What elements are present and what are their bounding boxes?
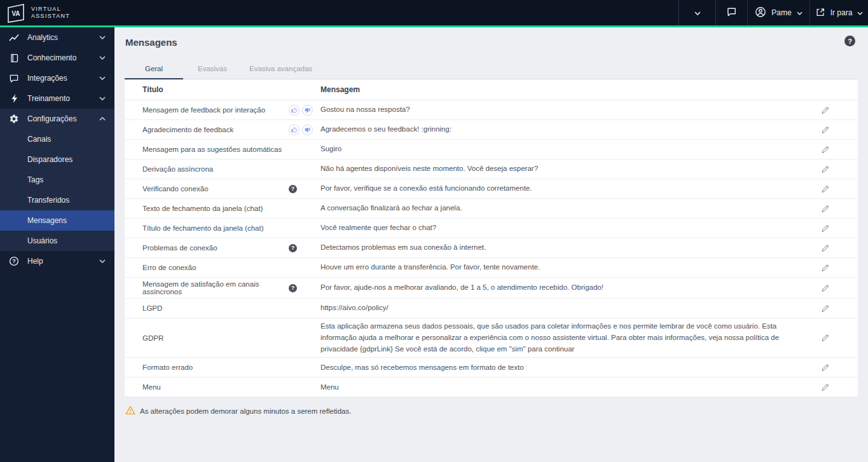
sidebar-subitem-tags[interactable]: Tags: [0, 170, 114, 190]
sidebar-subitem-canais[interactable]: Canais: [0, 129, 114, 149]
edit-button[interactable]: [821, 224, 829, 233]
topbar-chat-button[interactable]: [715, 0, 747, 25]
tab-evasiva-avancadas[interactable]: Evasiva avançadas: [242, 60, 320, 79]
external-link-icon: [815, 7, 825, 19]
page-title: Mensagens: [114, 27, 868, 48]
row-icons: ?: [289, 185, 320, 193]
edit-button[interactable]: [821, 146, 829, 154]
messages-table-body: Mensagem de feedback por interaçãoGostou…: [125, 100, 858, 397]
table-row: Derivação assíncronaNão há agentes dispo…: [125, 160, 858, 179]
table-row: Texto de fechamento da janela (chat)A co…: [125, 199, 858, 219]
sidebar-item-help[interactable]: ?Help: [0, 251, 114, 271]
table-row: GDPREsta aplicação armazena seus dados p…: [125, 318, 858, 358]
row-help-icon[interactable]: ?: [289, 284, 297, 292]
row-icons: ?: [289, 284, 320, 292]
bolt-icon: [9, 93, 19, 104]
edit-button[interactable]: [821, 383, 829, 391]
table-header: Título Mensagem: [125, 79, 858, 100]
thumbs-up-icon[interactable]: [289, 105, 300, 116]
edit-button[interactable]: [821, 165, 829, 173]
sidebar-subitem-disparadores[interactable]: Disparadores: [0, 149, 114, 170]
row-message: Houve um erro durante a transferência. P…: [320, 262, 821, 273]
sidebar-item-label: Treinamento: [27, 94, 99, 103]
row-help-icon[interactable]: ?: [289, 185, 297, 193]
edit-button[interactable]: [821, 205, 829, 213]
edit-button[interactable]: [821, 264, 829, 272]
thumbs-down-icon[interactable]: [302, 105, 313, 116]
edit-button[interactable]: [821, 363, 829, 372]
gear-icon: [9, 114, 19, 124]
edit-button[interactable]: [821, 284, 829, 292]
user-menu-button[interactable]: Pame: [747, 0, 809, 25]
chevron-down-icon: [857, 8, 863, 17]
row-title: Mensagem para as sugestões automáticas: [125, 146, 289, 153]
row-message: Esta aplicação armazena seus dados pesso…: [320, 321, 821, 355]
go-to-button[interactable]: Ir para: [809, 0, 868, 25]
sidebar-item-conhecimento[interactable]: Conhecimento: [0, 48, 114, 68]
thumbs-up-icon[interactable]: [289, 125, 300, 135]
page-help-icon[interactable]: ?: [844, 36, 855, 46]
row-title: Título de fechamento da janela (chat): [125, 224, 289, 232]
edit-button[interactable]: [821, 106, 829, 114]
row-title: GDPR: [125, 334, 289, 342]
footer-note: As alterações podem demorar alguns minut…: [125, 405, 857, 416]
row-message: Você realmente quer fechar o chat?: [320, 222, 821, 234]
row-icons: [289, 105, 320, 116]
edit-button[interactable]: [821, 126, 829, 134]
user-avatar-icon: [755, 6, 766, 20]
row-title: Erro de conexão: [125, 264, 289, 271]
chart-icon: [9, 32, 19, 43]
sidebar-item-configuracoes[interactable]: Configurações: [0, 109, 114, 129]
row-icons: [289, 125, 320, 135]
edit-button[interactable]: [821, 334, 829, 342]
warning-icon: [125, 405, 135, 416]
tab-evasivas[interactable]: Evasivas: [183, 60, 242, 79]
chat-icon: [9, 73, 19, 83]
row-help-icon[interactable]: ?: [289, 244, 297, 252]
app-title: VIRTUAL ASSISTANT: [31, 6, 70, 20]
sidebar-item-label: Analytics: [27, 33, 99, 42]
edit-button[interactable]: [821, 185, 829, 193]
book-icon: [9, 53, 19, 63]
va-logo-icon: VA: [6, 3, 25, 23]
sidebar-item-label: Conhecimento: [27, 53, 99, 62]
row-title: Verificando conexão: [125, 185, 289, 193]
row-title: Menu: [125, 383, 289, 391]
row-message: Gostou na nossa resposta?: [320, 104, 821, 116]
sidebar-item-label: Integrações: [27, 74, 99, 83]
edit-button[interactable]: [821, 244, 829, 252]
thumbs-down-icon[interactable]: [302, 125, 313, 135]
table-row: Mensagem para as sugestões automáticasSu…: [125, 140, 858, 160]
table-row: Mensagem de feedback por interaçãoGostou…: [125, 100, 858, 120]
chevron-down-icon: [99, 76, 106, 80]
edit-button[interactable]: [821, 304, 829, 313]
sidebar-subitem-mensagens[interactable]: Mensagens: [0, 210, 114, 231]
sidebar-item-label: Configurações: [27, 114, 99, 123]
sidebar-item-integracoes[interactable]: Integrações: [0, 68, 114, 88]
row-message: Desculpe, mas só recebemos mensagens em …: [320, 362, 821, 374]
chevron-down-icon: [797, 8, 803, 17]
app-logo: VA VIRTUAL ASSISTANT: [0, 3, 70, 23]
chevron-down-icon: [99, 97, 106, 100]
sidebar-subitem-transferidos[interactable]: Transferidos: [0, 190, 114, 210]
topbar-dropdown-button[interactable]: [679, 0, 715, 25]
row-message: Agradecemos o seu feedback! :grinning:: [320, 124, 821, 135]
row-message: Não há agentes disponíveis neste momento…: [320, 163, 821, 175]
sidebar-item-label: Help: [27, 257, 99, 266]
svg-text:?: ?: [12, 258, 16, 264]
sidebar-group-configuracoes: ConfiguraçõesCanaisDisparadoresTagsTrans…: [0, 109, 114, 251]
sidebar-item-analytics[interactable]: Analytics: [0, 27, 114, 48]
row-title: LGPD: [125, 304, 289, 312]
column-header-titulo: Título: [125, 85, 289, 94]
table-row: Agradecimento de feedbackAgradecemos o s…: [125, 120, 858, 140]
tab-geral[interactable]: Geral: [125, 60, 183, 79]
chat-bubble-icon: [726, 6, 737, 19]
row-icons: ?: [289, 244, 320, 252]
row-message: https://aivo.co/policy/: [320, 302, 821, 314]
svg-text:VA: VA: [11, 10, 20, 17]
row-message: Menu: [320, 382, 821, 393]
sidebar-subitem-usuarios[interactable]: Usuários: [0, 231, 114, 251]
table-row: Título de fechamento da janela (chat)Voc…: [125, 219, 858, 238]
sidebar-item-treinamento[interactable]: Treinamento: [0, 88, 114, 109]
table-row: Mensagem de satisfação em canais assíncr…: [125, 278, 858, 299]
